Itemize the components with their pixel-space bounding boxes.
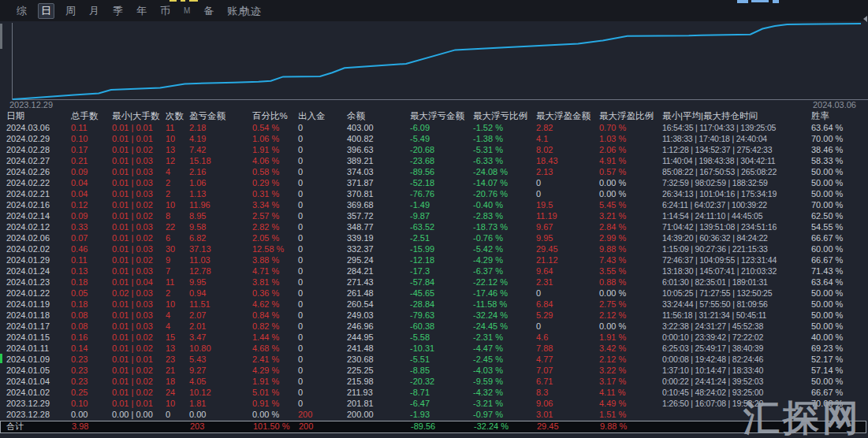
cell: 348.77 (345, 221, 408, 232)
toolbar-item-1[interactable]: 日 (38, 3, 54, 19)
cell: 11.03 (188, 254, 251, 265)
cell: -4.32 % (471, 387, 535, 398)
cell: 0 (296, 122, 345, 133)
left-scrollbar-thumb[interactable] (0, 24, 2, 49)
cell: 2.12 % (598, 354, 661, 365)
cell: 1.44 % (251, 332, 296, 343)
table-row[interactable]: 2023.12.280.000.00 | 0.0000.000.00 %2002… (0, 409, 868, 420)
table-row[interactable]: 2024.01.170.080.01 | 0.0342.010.82 %0246… (0, 321, 868, 332)
cell: 0.01 | 0.02 (110, 254, 164, 265)
cell: 15.18 (188, 155, 251, 166)
cell: -10.31 (408, 343, 471, 354)
right-edge-arrow-icon[interactable] (863, 16, 867, 22)
toolbar-item-5[interactable]: 年 (134, 3, 149, 19)
cell: 0 (296, 387, 345, 398)
cell: 211.93 (345, 387, 408, 398)
cell: 5.29 (535, 310, 598, 321)
table-row[interactable]: 2024.02.120.330.01 | 0.03229.582.82 %034… (0, 221, 868, 232)
top-artifact-yellow-2 (181, 0, 185, 2)
cell: -79.63 (408, 310, 471, 321)
table-row[interactable]: 2024.02.160.120.01 | 0.021011.963.34 %03… (0, 199, 868, 210)
cell: 1.81 (188, 398, 251, 409)
cell: 3.34 % (251, 199, 296, 210)
cell: 0.08 (69, 310, 110, 321)
cell: -6.09 (408, 122, 471, 133)
cell: 23 (164, 354, 188, 365)
cell: 2.84 % (598, 221, 661, 232)
cell: 10 (164, 398, 188, 409)
total-row[interactable]: 合计3.98203101.50 %200-89.56-32.24 %29.459… (0, 421, 866, 433)
cell: 1.06 (188, 177, 251, 188)
cell: 3.01 (535, 409, 598, 420)
cell: 1.91 % (598, 332, 661, 343)
cell: 10.12 (188, 387, 251, 398)
cell: 374.03 (345, 166, 408, 177)
cell: -18.73 % (471, 221, 535, 232)
cell: -5.42 % (471, 243, 535, 254)
cell: 0.01 | 0.03 (110, 243, 164, 254)
cell: 2.05 % (251, 232, 296, 243)
toolbar-item-7[interactable]: M (181, 6, 192, 16)
cell: 230.68 (345, 354, 408, 365)
toolbar-item-4[interactable]: 季 (110, 3, 125, 19)
table-row[interactable]: 2024.02.210.040.01 | 0.0321.130.31 %0370… (0, 188, 868, 199)
cell: 2024.02.21 (0, 188, 69, 199)
table-row[interactable]: 2024.01.040.230.01 | 0.02184.051.91 %021… (0, 376, 868, 387)
top-artifact-blue-2 (751, 0, 769, 2)
table-row[interactable]: 2024.02.280.170.01 | 0.02137.421.91 %039… (0, 144, 868, 155)
cell: 0.11 (69, 254, 110, 265)
toolbar-item-8[interactable]: 备 (201, 3, 216, 19)
table-row[interactable]: 2024.02.270.210.01 | 0.031215.184.06 %03… (0, 155, 868, 166)
table-row[interactable]: 2024.02.260.090.01 | 0.0342.160.58 %0374… (0, 166, 868, 177)
table-row[interactable]: 2024.01.090.230.01 | 0.01235.432.41 %023… (0, 354, 868, 365)
toolbar-item-0[interactable]: 综 (14, 3, 29, 19)
toolbar-item-trail[interactable]: 轨迹 (240, 5, 261, 19)
table-row[interactable]: 2024.01.220.050.02 | 0.0320.940.36 %0261… (0, 288, 868, 299)
cell: 50.00 % (810, 321, 868, 332)
cell: 0 (296, 332, 345, 343)
table-row[interactable]: 2024.01.230.180.01 | 0.04119.953.81 %027… (0, 277, 868, 288)
table-row[interactable]: 2024.01.180.080.01 | 0.0342.070.84 %0249… (0, 310, 868, 321)
table-row[interactable]: 2023.12.290.100.01 | 0.01101.810.91 %020… (0, 398, 868, 409)
cell: 0 (296, 177, 345, 188)
toolbar-item-6[interactable]: 币 (158, 3, 173, 19)
table-row[interactable]: 2024.02.060.070.01 | 0.0266.822.05 %0339… (0, 232, 868, 243)
cell: 0 (296, 299, 345, 310)
table-row[interactable]: 2024.01.110.140.01 | 0.021310.804.68 %02… (0, 343, 868, 354)
cell: 0.01 | 0.03 (110, 310, 164, 321)
table-row[interactable]: 2024.02.290.100.01 | 0.01104.191.06 %040… (0, 133, 868, 144)
cell: -6.47 (408, 398, 471, 409)
cell: 1.03 % (598, 133, 661, 144)
cell: 50.00 % (810, 310, 868, 321)
table-row[interactable]: 2024.01.050.230.01 | 0.02219.274.29 %022… (0, 365, 868, 376)
cell: 0 (296, 254, 345, 265)
table-row[interactable]: 2024.01.190.180.01 | 0.031011.514.62 %02… (0, 299, 868, 310)
table-row[interactable]: 2024.02.140.090.01 | 0.0288.952.57 %0357… (0, 210, 868, 221)
cell: 0.01 | 0.03 (110, 166, 164, 177)
cell: 6.84 (535, 299, 598, 310)
cell: 371.87 (345, 177, 408, 188)
cell: -20.76 % (471, 188, 535, 199)
column-header-10: 最大浮盈金额 (535, 110, 598, 122)
cell: -6.33 % (471, 155, 535, 166)
cell: -24.08 % (471, 166, 535, 177)
table-row[interactable]: 2024.01.240.130.01 | 0.03712.784.71 %028… (0, 265, 868, 277)
table-row[interactable]: 2024.01.150.160.01 | 0.02153.471.44 %024… (0, 332, 868, 343)
cell: 21.12 (535, 254, 598, 265)
cell: 0.31 % (251, 188, 296, 199)
table-row[interactable]: 2024.03.060.110.01 | 0.01112.180.54 %040… (0, 122, 868, 133)
table-row[interactable]: 2024.01.020.250.01 | 0.022410.125.01 %02… (0, 387, 868, 398)
toolbar-item-3[interactable]: 月 (87, 3, 102, 19)
table-row[interactable]: 2024.01.290.110.01 | 0.02911.033.88 %029… (0, 254, 868, 265)
cell: 3.17 % (598, 376, 661, 387)
table-row[interactable]: 2024.02.220.040.01 | 0.0321.060.29 %0371… (0, 177, 868, 188)
cell: 4 (164, 310, 188, 321)
toolbar-item-2[interactable]: 周 (63, 3, 78, 19)
table-row[interactable]: 2024.02.020.460.01 | 0.033037.1312.58 %0… (0, 243, 868, 254)
cell: 2024.02.22 (0, 177, 69, 188)
cell: 1.06 % (251, 133, 296, 144)
cell: 0 (296, 265, 345, 277)
cell: 0.00 % (598, 177, 661, 188)
cell: 0.01 | 0.02 (110, 332, 164, 343)
cell: 0.01 | 0.03 (110, 155, 164, 166)
